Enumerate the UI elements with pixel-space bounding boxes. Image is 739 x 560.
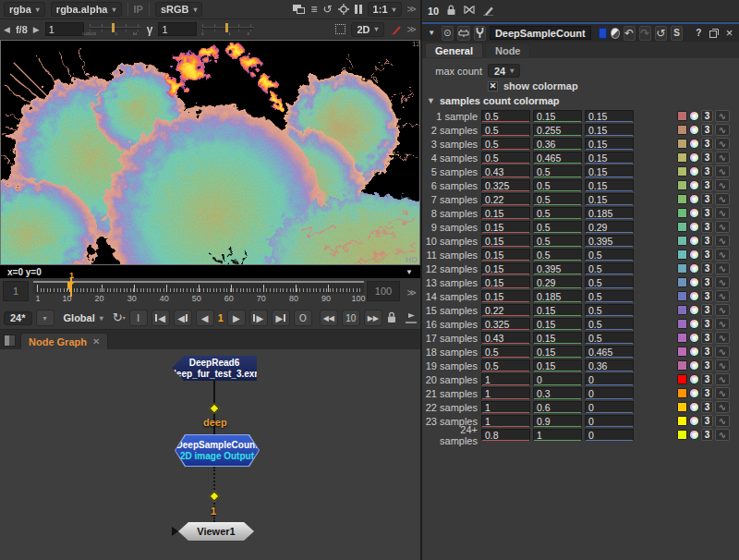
channels-count-button[interactable]: 3 <box>701 221 713 233</box>
blue-value-field[interactable]: 0.36 <box>585 359 634 371</box>
channels-count-button[interactable]: 3 <box>701 235 713 247</box>
color-swatch[interactable] <box>677 180 687 190</box>
animation-curve-icon[interactable]: ∿ <box>715 387 730 399</box>
redo-icon[interactable]: ↷ <box>639 26 651 41</box>
blue-value-field[interactable]: 0 <box>585 415 634 427</box>
blue-value-field[interactable]: 0.15 <box>585 110 634 122</box>
node-graph[interactable]: deep 1 DeepRead6 deep_fur_test_3.exr Dee… <box>0 349 420 560</box>
loop-mode-icon[interactable]: ↻▾ <box>113 312 126 323</box>
channels-count-button[interactable]: 3 <box>701 332 713 344</box>
color-wheel-icon[interactable] <box>689 263 699 274</box>
color-swatch[interactable] <box>677 277 687 287</box>
hide-input-icon[interactable] <box>457 26 470 41</box>
revert-icon[interactable]: ↺ <box>655 26 667 41</box>
blue-value-field[interactable]: 0.15 <box>585 165 634 177</box>
gain-prev-icon[interactable]: ◀ <box>4 25 10 34</box>
annotate-pen-icon[interactable] <box>390 23 402 35</box>
gain-input[interactable]: 1 <box>45 22 84 36</box>
green-value-field[interactable]: 0.5 <box>533 249 582 261</box>
blue-value-field[interactable]: 0.5 <box>585 276 634 288</box>
channels-count-button[interactable]: 3 <box>701 152 713 164</box>
blue-value-field[interactable]: 0 <box>585 401 634 413</box>
script-button[interactable]: S <box>671 26 683 41</box>
step-back-button[interactable]: ◀ <box>196 310 214 326</box>
channels-count-button[interactable]: 3 <box>701 387 713 399</box>
node-deepsamplecount[interactable]: DeepSampleCount 2D image Output <box>175 434 260 467</box>
color-swatch[interactable] <box>677 360 687 371</box>
node-color-swatch[interactable] <box>599 28 607 39</box>
animation-curve-icon[interactable]: ∿ <box>715 221 730 233</box>
blue-value-field[interactable]: 0 <box>585 373 634 385</box>
green-value-field[interactable]: 1 <box>533 429 582 441</box>
show-colormap-checkbox[interactable]: ✕ <box>488 81 498 91</box>
channels-count-button[interactable]: 3 <box>701 276 713 288</box>
green-value-field[interactable]: 0.465 <box>533 152 582 164</box>
red-value-field[interactable]: 0.15 <box>481 221 530 233</box>
color-swatch[interactable] <box>677 222 687 232</box>
color-swatch[interactable] <box>677 388 687 398</box>
skip-forward-button[interactable]: ▶▶ <box>364 310 382 326</box>
color-wheel-icon[interactable] <box>689 166 699 177</box>
channels-count-button[interactable]: 3 <box>701 110 713 122</box>
tab-general[interactable]: General <box>425 43 483 57</box>
color-wheel-icon[interactable] <box>689 111 699 121</box>
channels-count-button[interactable]: 3 <box>701 373 713 385</box>
red-value-field[interactable]: 1 <box>481 387 530 399</box>
red-value-field[interactable]: 0.15 <box>481 235 530 247</box>
timeline-track[interactable]: 1 <box>33 281 364 294</box>
prev-keyframe-button[interactable]: ◀ <box>174 310 192 326</box>
color-swatch[interactable] <box>677 416 687 426</box>
skip-amount-field[interactable]: 10 <box>342 310 360 326</box>
undo-icon[interactable]: ↶ <box>624 26 636 41</box>
help-icon[interactable]: ? <box>693 26 705 41</box>
layout-icon[interactable] <box>293 5 306 15</box>
color-wheel-icon[interactable] <box>689 236 699 246</box>
blue-value-field[interactable]: 0.5 <box>585 249 634 261</box>
animation-curve-icon[interactable]: ∿ <box>715 262 730 274</box>
blue-value-field[interactable]: 0.29 <box>585 221 634 233</box>
gain-slider[interactable]: 0.03125164 <box>90 23 141 36</box>
stack-mode-icon[interactable]: ≡ <box>311 4 318 15</box>
group-disclosure-icon[interactable]: ▼ <box>427 96 435 105</box>
animation-curve-icon[interactable]: ∿ <box>715 373 730 385</box>
blue-value-field[interactable]: 0.15 <box>585 124 634 136</box>
blue-value-field[interactable]: 0.15 <box>585 193 634 205</box>
channels-count-button[interactable]: 3 <box>701 262 713 274</box>
red-value-field[interactable]: 0.15 <box>481 249 530 261</box>
color-swatch[interactable] <box>677 208 687 218</box>
animation-curve-icon[interactable]: ∿ <box>715 138 730 150</box>
red-value-field[interactable]: 1 <box>481 373 530 385</box>
animation-curve-icon[interactable]: ∿ <box>715 110 730 122</box>
green-value-field[interactable]: 0.9 <box>533 415 582 427</box>
red-value-field[interactable]: 0.5 <box>481 124 530 136</box>
channels-count-button[interactable]: 3 <box>701 304 713 316</box>
timeline-options-icon[interactable]: ≫ <box>407 287 417 298</box>
close-all-panels-icon[interactable] <box>464 5 475 17</box>
node-name-field[interactable]: DeepSampleCount <box>490 26 591 40</box>
color-wheel-icon[interactable] <box>689 139 699 149</box>
animation-curve-icon[interactable]: ∿ <box>715 318 730 330</box>
red-value-field[interactable]: 0.22 <box>481 304 530 316</box>
channels-count-button[interactable]: 3 <box>701 193 713 205</box>
green-value-field[interactable]: 0.6 <box>533 401 582 413</box>
gamma-input[interactable]: 1 <box>158 22 197 36</box>
red-value-field[interactable]: 0.5 <box>481 346 530 358</box>
green-value-field[interactable]: 0.5 <box>533 221 582 233</box>
animation-curve-icon[interactable]: ∿ <box>715 124 730 136</box>
color-swatch[interactable] <box>677 347 687 357</box>
animation-curve-icon[interactable]: ∿ <box>715 193 730 205</box>
color-swatch[interactable] <box>677 333 687 343</box>
animation-curve-icon[interactable]: ∿ <box>715 304 730 316</box>
blue-value-field[interactable]: 0.5 <box>585 304 634 316</box>
color-swatch[interactable] <box>677 250 687 260</box>
color-swatch[interactable] <box>677 152 687 163</box>
animation-curve-icon[interactable]: ∿ <box>715 359 730 371</box>
channels-count-button[interactable]: 3 <box>701 249 713 261</box>
channels-dropdown[interactable]: rgba ▾ <box>4 2 45 17</box>
red-value-field[interactable]: 0.43 <box>481 165 530 177</box>
fps-dropdown-icon[interactable]: ▾ <box>36 310 55 326</box>
color-wheel-icon[interactable] <box>689 333 699 343</box>
range-end-field[interactable]: 100 <box>367 281 400 301</box>
roi-select-icon[interactable] <box>335 24 345 34</box>
edit-bin-icon[interactable] <box>482 5 494 18</box>
